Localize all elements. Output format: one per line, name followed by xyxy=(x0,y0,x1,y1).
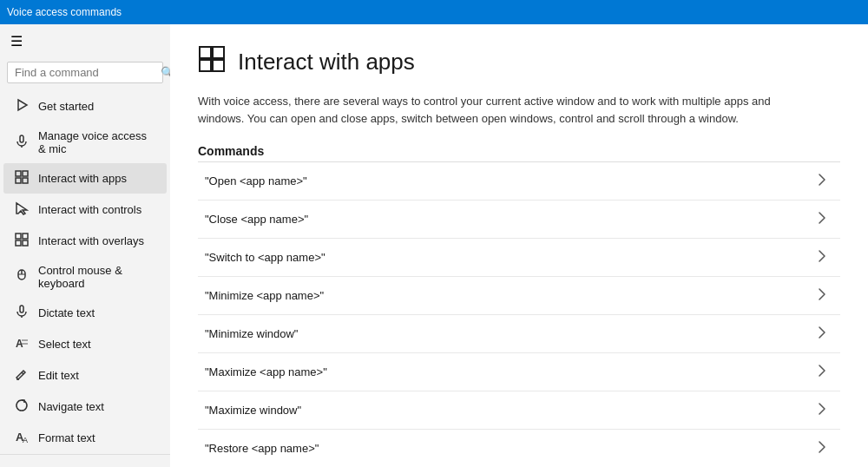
command-text: "Maximize <app name>" xyxy=(205,365,327,378)
svg-line-19 xyxy=(22,372,23,374)
page-title: Interact with apps xyxy=(238,49,415,76)
sidebar-item-edit-text[interactable]: Edit text xyxy=(3,360,167,391)
navigate-text-label: Navigate text xyxy=(38,400,104,413)
sidebar-item-format-text[interactable]: AAFormat text xyxy=(3,423,167,453)
bottom-items-container: Visit online documentationDownload local… xyxy=(0,459,170,467)
svg-rect-14 xyxy=(20,306,23,312)
navigate-text-icon xyxy=(14,398,30,415)
sidebar-item-visit-docs[interactable]: Visit online documentation xyxy=(3,459,167,467)
sidebar-item-get-started[interactable]: Get started xyxy=(3,91,167,122)
commands-label: Commands xyxy=(198,144,840,158)
svg-rect-10 xyxy=(23,240,28,246)
svg-text:A: A xyxy=(23,436,28,444)
command-item[interactable]: "Maximize window" xyxy=(198,391,840,430)
chevron-right-icon xyxy=(818,326,826,342)
svg-rect-7 xyxy=(16,234,21,239)
chevron-right-icon xyxy=(818,440,826,457)
hamburger-icon: ☰ xyxy=(10,34,23,49)
interact-controls-icon xyxy=(14,201,30,218)
svg-rect-29 xyxy=(213,60,224,71)
manage-voice-label: Manage voice access & mic xyxy=(38,129,156,155)
chevron-right-icon xyxy=(818,173,826,189)
dictate-text-icon xyxy=(14,305,30,321)
page-header: Interact with apps xyxy=(198,45,840,79)
get-started-label: Get started xyxy=(38,100,94,113)
command-text: "Open <app name>" xyxy=(205,174,307,187)
control-mouse-icon xyxy=(14,269,30,286)
sidebar-bottom: Visit online documentationDownload local… xyxy=(0,454,170,467)
command-item[interactable]: "Switch to <app name>" xyxy=(198,239,840,277)
svg-rect-6 xyxy=(23,178,28,183)
page-header-icon xyxy=(198,45,226,79)
search-icon: 🔍 xyxy=(161,66,170,79)
command-text: "Switch to <app name>" xyxy=(205,251,326,264)
edit-text-icon xyxy=(14,367,30,384)
svg-rect-3 xyxy=(16,171,21,176)
command-item[interactable]: "Minimize window" xyxy=(198,315,840,353)
command-item[interactable]: "Open <app name>" xyxy=(198,162,840,201)
sidebar-item-interact-overlays[interactable]: Interact with overlays xyxy=(3,226,167,256)
svg-rect-18 xyxy=(22,343,28,345)
format-text-icon: AA xyxy=(14,430,30,446)
command-text: "Minimize window" xyxy=(205,327,298,340)
control-mouse-label: Control mouse & keyboard xyxy=(38,264,156,290)
search-input[interactable] xyxy=(15,66,161,79)
sidebar-item-navigate-text[interactable]: Navigate text xyxy=(3,391,167,422)
dictate-text-label: Dictate text xyxy=(38,306,95,319)
command-text: "Restore <app name>" xyxy=(205,442,319,455)
interact-overlays-label: Interact with overlays xyxy=(38,234,144,247)
chevron-right-icon xyxy=(818,287,826,304)
select-text-label: Select text xyxy=(38,338,91,351)
hamburger-button[interactable]: ☰ xyxy=(0,24,170,58)
sidebar-item-interact-controls[interactable]: Interact with controls xyxy=(3,194,167,225)
chevron-right-icon xyxy=(818,364,826,380)
page-description: With voice access, there are several way… xyxy=(198,93,806,127)
interact-overlays-icon xyxy=(14,233,30,249)
sidebar-item-control-mouse[interactable]: Control mouse & keyboard xyxy=(3,257,167,297)
command-item[interactable]: "Restore <app name>" xyxy=(198,430,840,467)
interact-controls-label: Interact with controls xyxy=(38,203,141,216)
svg-rect-1 xyxy=(20,135,23,142)
sidebar-item-manage-voice[interactable]: Manage voice access & mic xyxy=(3,122,167,162)
svg-rect-28 xyxy=(200,60,211,71)
command-text: "Minimize <app name>" xyxy=(205,289,324,302)
command-list: "Open <app name>""Close <app name>""Swit… xyxy=(198,161,840,467)
command-text: "Maximize window" xyxy=(205,404,301,417)
nav-items-container: Get startedManage voice access & micInte… xyxy=(0,90,170,454)
svg-rect-5 xyxy=(16,178,21,183)
main-content: Interact with apps With voice access, th… xyxy=(170,24,868,467)
svg-rect-9 xyxy=(16,240,21,246)
interact-apps-icon xyxy=(14,170,30,187)
manage-voice-icon xyxy=(14,135,30,151)
chevron-right-icon xyxy=(818,211,826,227)
select-text-icon: A xyxy=(14,336,30,352)
svg-rect-4 xyxy=(23,171,28,176)
command-text: "Close <app name>" xyxy=(205,213,308,226)
svg-rect-17 xyxy=(22,339,28,341)
search-box[interactable]: 🔍 xyxy=(7,62,163,83)
get-started-icon xyxy=(14,98,30,115)
chevron-right-icon xyxy=(818,249,826,266)
sidebar: ☰ 🔍 Get startedManage voice access & mic… xyxy=(0,24,170,467)
edit-text-label: Edit text xyxy=(38,369,79,382)
sidebar-item-dictate-text[interactable]: Dictate text xyxy=(3,298,167,328)
title-bar: Voice access commands xyxy=(0,0,868,24)
svg-marker-0 xyxy=(18,100,27,110)
command-item[interactable]: "Minimize <app name>" xyxy=(198,277,840,315)
sidebar-item-select-text[interactable]: ASelect text xyxy=(3,329,167,359)
svg-rect-27 xyxy=(213,47,224,58)
svg-rect-8 xyxy=(23,234,28,239)
svg-rect-26 xyxy=(200,47,211,58)
format-text-label: Format text xyxy=(38,431,95,444)
chevron-right-icon xyxy=(818,402,826,418)
app-layout: ☰ 🔍 Get startedManage voice access & mic… xyxy=(0,24,868,467)
command-item[interactable]: "Close <app name>" xyxy=(198,201,840,239)
interact-apps-label: Interact with apps xyxy=(38,172,127,185)
command-item[interactable]: "Maximize <app name>" xyxy=(198,353,840,391)
sidebar-item-interact-apps[interactable]: Interact with apps xyxy=(3,163,167,194)
title-bar-text: Voice access commands xyxy=(7,6,122,18)
